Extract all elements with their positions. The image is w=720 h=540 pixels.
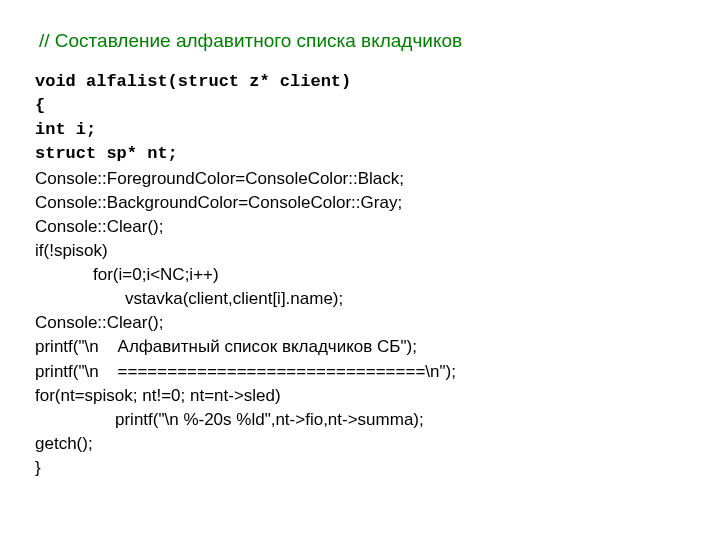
code-line: int i; [35, 118, 685, 142]
code-line: Console::Clear(); [35, 215, 685, 239]
code-line: { [35, 94, 685, 118]
code-line: if(!spisok) [35, 239, 685, 263]
code-line: for(i=0;i<NC;i++) [35, 263, 685, 287]
code-block: void alfalist(struct z* client) { int i;… [35, 70, 685, 480]
code-line: struct sp* nt; [35, 142, 685, 166]
code-line: printf("\n Алфавитный список вкладчиков … [35, 335, 685, 359]
code-line: Console::BackgroundColor=ConsoleColor::G… [35, 191, 685, 215]
code-line: Console::Clear(); [35, 311, 685, 335]
code-comment: // Составление алфавитного списка вкладч… [39, 30, 685, 52]
code-line: void alfalist(struct z* client) [35, 70, 685, 94]
code-line: printf("\n =============================… [35, 360, 685, 384]
code-line: for(nt=spisok; nt!=0; nt=nt->sled) [35, 384, 685, 408]
code-line: vstavka(client,client[i].name); [35, 287, 685, 311]
code-line: Console::ForegroundColor=ConsoleColor::B… [35, 167, 685, 191]
code-line: } [35, 456, 685, 480]
code-line: getch(); [35, 432, 685, 456]
code-line: printf("\n %-20s %ld",nt->fio,nt->summa)… [35, 408, 685, 432]
